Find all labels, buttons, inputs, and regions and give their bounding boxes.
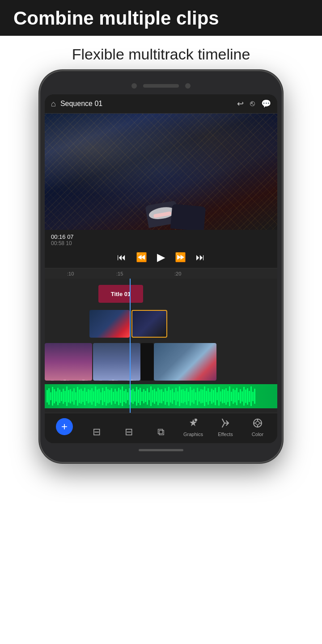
svg-point-2 <box>256 421 259 425</box>
step-forward-button[interactable]: ⏩ <box>175 252 186 263</box>
playback-controls: ⏮ ⏪ ▶ ⏩ ⏭ <box>51 249 271 266</box>
subtitle: Flexible multitrack timeline <box>0 36 322 71</box>
broll-clip-2-selected[interactable] <box>131 310 167 338</box>
person-silhouette <box>142 158 205 230</box>
nav-item-effects[interactable]: Effects <box>209 418 242 437</box>
nav-item-add[interactable]: + <box>48 418 80 437</box>
phone-wrapper: ⌂ Sequence 01 ↩ ⎋ 💬 <box>0 71 322 475</box>
nav-item-trim[interactable]: ⊟ <box>80 427 113 437</box>
speaker-bar <box>143 84 179 88</box>
ruler-mark-15: :15 <box>116 271 123 276</box>
phone-bottom <box>45 446 277 454</box>
audio-track <box>45 384 277 408</box>
phone-top-bar <box>45 79 277 93</box>
time-primary: 00:16 07 <box>51 233 271 240</box>
playhead[interactable] <box>130 279 131 413</box>
playback-section: 00:16 07 00:58 10 ⏮ ⏪ ▶ ⏩ ⏭ <box>45 230 277 268</box>
nav-item-graphics[interactable]: Graphics <box>177 418 209 437</box>
broll-track <box>45 308 277 340</box>
time-display: 00:16 07 00:58 10 <box>51 233 271 246</box>
title-track: Title 01 <box>45 281 277 306</box>
effects-label: Effects <box>218 432 233 437</box>
color-label: Color <box>252 432 263 437</box>
main-gap <box>140 343 154 381</box>
skip-to-end-button[interactable]: ⏭ <box>196 252 205 263</box>
header-icons: ↩ ⎋ 💬 <box>237 99 271 109</box>
nav-items: + ⊟ ⊟ ⧉ <box>48 418 274 437</box>
undo-icon[interactable]: ↩ <box>237 99 244 109</box>
front-camera-left <box>131 83 137 89</box>
main-clip-1[interactable] <box>45 343 92 381</box>
front-camera-right <box>185 83 191 89</box>
nav-item-color[interactable]: Color <box>242 418 274 437</box>
waveform-2 <box>93 375 140 379</box>
video-preview <box>45 114 277 230</box>
app-header: ⌂ Sequence 01 ↩ ⎋ 💬 <box>45 94 277 114</box>
home-indicator <box>139 449 183 451</box>
add-button[interactable]: + <box>56 418 73 435</box>
step-back-button[interactable]: ⏪ <box>136 252 147 263</box>
ruler-mark-10: :10 <box>67 271 74 276</box>
comment-icon[interactable]: 💬 <box>261 99 271 109</box>
shoe-right <box>170 204 206 230</box>
ruler-mark-20: :20 <box>174 271 181 276</box>
add-icon: + <box>61 420 68 433</box>
phone-screen: ⌂ Sequence 01 ↩ ⎋ 💬 <box>45 94 277 443</box>
split-icon: ⊟ <box>125 427 133 437</box>
layers-icon: ⧉ <box>157 427 165 437</box>
title-clip-label: Title 01 <box>111 291 131 297</box>
graphics-label: Graphics <box>183 432 203 437</box>
timeline-tracks[interactable]: Title 01 <box>45 279 277 413</box>
main-video-track <box>45 342 277 382</box>
main-clip-3[interactable] <box>154 343 216 381</box>
waveform-1 <box>45 375 92 379</box>
effects-icon <box>220 418 231 430</box>
skip-to-start-button[interactable]: ⏮ <box>117 252 126 263</box>
audio-wave-visual <box>47 386 275 407</box>
time-secondary: 00:58 10 <box>51 240 271 246</box>
sequence-title: Sequence 01 <box>60 100 237 108</box>
phone-frame: ⌂ Sequence 01 ↩ ⎋ 💬 <box>40 71 282 462</box>
title-clip[interactable]: Title 01 <box>98 285 143 303</box>
share-icon[interactable]: ⎋ <box>250 99 255 109</box>
play-button[interactable]: ▶ <box>157 251 165 263</box>
nav-item-layers[interactable]: ⧉ <box>145 427 177 437</box>
main-clip-2[interactable] <box>93 343 140 381</box>
home-icon[interactable]: ⌂ <box>51 99 56 109</box>
color-icon <box>252 418 263 430</box>
audio-waveform <box>45 384 277 408</box>
banner-title: Combine multiple clips <box>13 8 309 29</box>
trim-icon: ⊟ <box>93 427 101 437</box>
top-banner: Combine multiple clips <box>0 0 322 36</box>
graphics-icon <box>188 418 199 430</box>
broll-clip-1[interactable] <box>89 310 130 338</box>
bottom-nav: + ⊟ ⊟ ⧉ <box>45 413 277 443</box>
timeline-ruler: :10 :15 :20 <box>45 268 277 279</box>
nav-item-split[interactable]: ⊟ <box>113 427 145 437</box>
